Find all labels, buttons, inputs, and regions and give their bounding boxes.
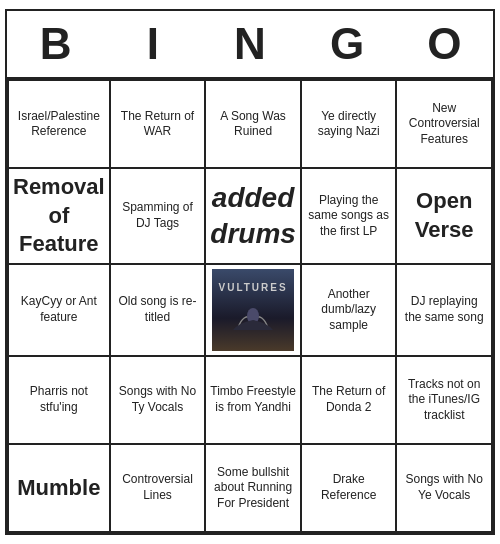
bingo-card: B I N G O Israel/Palestine Reference The… xyxy=(5,9,495,535)
cell-0-2: A Song Was Ruined xyxy=(206,81,302,169)
bingo-grid: Israel/Palestine Reference The Return of… xyxy=(7,79,493,533)
cell-2-2-image: VULTURES xyxy=(206,265,302,357)
cell-1-0: Removal of Feature xyxy=(9,169,111,265)
cell-1-2: added drums xyxy=(206,169,302,265)
letter-n: N xyxy=(201,19,298,69)
cell-3-1: Songs with No Ty Vocals xyxy=(111,357,207,445)
cell-4-0: Mumble xyxy=(9,445,111,533)
bingo-title: B I N G O xyxy=(7,11,493,79)
cell-0-1: The Return of WAR xyxy=(111,81,207,169)
cell-3-0: Pharris not stfu'ing xyxy=(9,357,111,445)
cell-4-2: Some bullshit about Running For Presiden… xyxy=(206,445,302,533)
cell-0-3: Ye directly saying Nazi xyxy=(302,81,398,169)
letter-b: B xyxy=(7,19,104,69)
letter-g: G xyxy=(299,19,396,69)
vultures-text: VULTURES xyxy=(218,281,287,294)
cell-1-3: Playing the same songs as the first LP xyxy=(302,169,398,265)
vultures-bird-icon xyxy=(228,298,278,338)
cell-0-0: Israel/Palestine Reference xyxy=(9,81,111,169)
vultures-album-art: VULTURES xyxy=(212,269,294,351)
letter-i: I xyxy=(104,19,201,69)
cell-2-1: Old song is re-titled xyxy=(111,265,207,357)
cell-3-2: Timbo Freestyle is from Yandhi xyxy=(206,357,302,445)
cell-4-3: Drake Reference xyxy=(302,445,398,533)
cell-1-1: Spamming of DJ Tags xyxy=(111,169,207,265)
cell-2-0: KayCyy or Ant feature xyxy=(9,265,111,357)
letter-o: O xyxy=(396,19,493,69)
cell-4-4: Songs with No Ye Vocals xyxy=(397,445,493,533)
cell-4-1: Controversial Lines xyxy=(111,445,207,533)
cell-2-3: Another dumb/lazy sample xyxy=(302,265,398,357)
cell-0-4: New Controversial Features xyxy=(397,81,493,169)
cell-3-4: Tracks not on the iTunes/IG tracklist xyxy=(397,357,493,445)
cell-1-4: Open Verse xyxy=(397,169,493,265)
cell-2-4: DJ replaying the same song xyxy=(397,265,493,357)
cell-3-3: The Return of Donda 2 xyxy=(302,357,398,445)
